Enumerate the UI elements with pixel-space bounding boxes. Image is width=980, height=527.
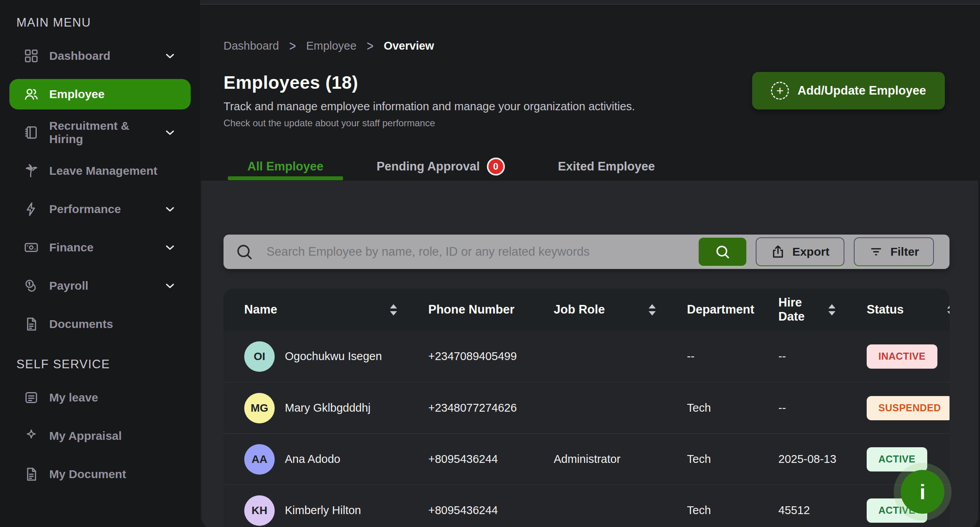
column-label: Job Role xyxy=(554,303,605,317)
info-fab-button[interactable]: i xyxy=(901,470,944,514)
table-row[interactable]: AAAna Adodo+8095436244AdministratorTech2… xyxy=(224,433,950,484)
sidebar-item-my-appraisal[interactable]: My Appraisal xyxy=(9,421,191,451)
employee-table: NamePhone NumberJob RoleDepartmentHire D… xyxy=(224,289,950,527)
table-row[interactable]: MGMary Gklbgdddhj+2348077274626Tech--SUS… xyxy=(224,382,950,433)
department-cell: Tech xyxy=(687,453,778,466)
search-input[interactable] xyxy=(266,245,699,259)
column-header-job-role: Job Role xyxy=(554,303,687,317)
status-badge: INACTIVE xyxy=(867,344,937,369)
filter-icon xyxy=(869,244,883,259)
export-button[interactable]: Export xyxy=(756,237,844,266)
job-role-cell: Administrator xyxy=(554,453,687,466)
column-header-name: Name xyxy=(244,303,428,317)
app-window: MAIN MENUDashboardEmployeeRecruitment & … xyxy=(0,0,980,527)
tab-badge: 0 xyxy=(487,158,505,176)
search-submit-button[interactable] xyxy=(699,238,746,266)
sidebar-item-leave-management[interactable]: Leave Management xyxy=(9,156,191,186)
table-row[interactable]: OIOgochukwu Isegen+2347089405499----INAC… xyxy=(224,331,950,382)
tab-label: Exited Employee xyxy=(558,160,655,174)
lightning-icon xyxy=(23,201,39,217)
breadcrumb-separator-icon: > xyxy=(367,38,374,54)
document-icon xyxy=(23,466,39,482)
employee-name: Ogochukwu Isegen xyxy=(285,350,382,363)
tabs: All EmployeePending Approval0Exited Empl… xyxy=(228,153,980,180)
sidebar-item-documents[interactable]: Documents xyxy=(9,309,191,339)
document-icon xyxy=(23,316,39,332)
chevron-down-icon xyxy=(163,279,177,292)
table-row[interactable]: KHKimberly Hilton+8095436244Tech45512ACT… xyxy=(224,484,950,527)
sidebar-item-employee[interactable]: Employee xyxy=(9,79,191,109)
chevron-down-icon xyxy=(163,126,177,139)
sidebar-item-my-document[interactable]: My Document xyxy=(9,459,191,489)
sidebar-item-label: Employee xyxy=(49,88,105,101)
phone-cell: +2347089405499 xyxy=(428,350,554,363)
tab-panel: Export Filter NamePhone NumberJob RoleDe… xyxy=(201,181,978,527)
page-header: Employees (18) Track and manage employee… xyxy=(224,72,945,129)
column-label: Hire Date xyxy=(778,296,828,324)
sort-arrows-icon[interactable] xyxy=(828,304,835,315)
export-icon xyxy=(771,244,785,259)
sidebar-item-my-leave[interactable]: My leave xyxy=(9,382,191,413)
breadcrumb-item-dashboard[interactable]: Dashboard xyxy=(224,39,279,52)
hire-date-cell: 2025-08-13 xyxy=(778,453,867,466)
status-cell: INACTIVE xyxy=(867,344,950,369)
hire-date-cell: -- xyxy=(778,402,867,414)
coins-icon xyxy=(23,278,39,294)
tab-pending-approval[interactable]: Pending Approval0 xyxy=(357,153,524,180)
breadcrumb-item-overview: Overview xyxy=(384,39,434,52)
chevron-down-icon xyxy=(163,279,177,292)
tab-exited-employee[interactable]: Exited Employee xyxy=(538,153,674,180)
column-header-phone-number: Phone Number xyxy=(428,303,554,317)
chevron-down-icon xyxy=(163,49,177,63)
sidebar-item-dashboard[interactable]: Dashboard xyxy=(9,41,191,71)
notebook-icon xyxy=(23,125,39,140)
sidebar-item-label: Performance xyxy=(49,203,121,216)
phone-cell: +8095436244 xyxy=(428,453,554,466)
page-note: Check out the update about your staff pe… xyxy=(224,118,635,129)
sidebar-item-recruitment-hiring[interactable]: Recruitment & Hiring xyxy=(9,117,191,148)
column-header-hire-date: Hire Date xyxy=(778,296,867,324)
note-icon xyxy=(23,390,39,405)
sidebar-item-label: My leave xyxy=(49,391,98,404)
sidebar-item-label: Payroll xyxy=(49,279,88,292)
avatar: KH xyxy=(244,495,275,526)
filter-label: Filter xyxy=(891,245,919,258)
status-badge: SUSPENDED xyxy=(867,396,950,420)
tab-all-employee[interactable]: All Employee xyxy=(228,153,343,180)
sidebar-item-label: Documents xyxy=(49,317,113,331)
sort-arrows-icon[interactable] xyxy=(390,304,397,315)
people-icon xyxy=(23,86,39,102)
sort-arrows-icon[interactable] xyxy=(649,304,656,315)
sidebar-item-label: Leave Management xyxy=(49,164,157,177)
sidebar-section-main-menu: MAIN MENU xyxy=(16,16,200,30)
filter-button[interactable]: Filter xyxy=(854,237,934,266)
column-header-status: Status xyxy=(867,303,950,317)
table-header-row: NamePhone NumberJob RoleDepartmentHire D… xyxy=(224,289,950,331)
sidebar-item-finance[interactable]: Finance xyxy=(9,232,191,263)
sidebar-item-performance[interactable]: Performance xyxy=(9,194,191,224)
cash-card-icon xyxy=(23,240,39,255)
page-subtitle: Track and manage employee information an… xyxy=(224,100,635,113)
hire-date-cell: 45512 xyxy=(778,504,867,517)
coins-icon xyxy=(23,278,39,294)
sidebar-item-payroll[interactable]: Payroll xyxy=(9,271,191,301)
department-cell: Tech xyxy=(687,402,778,414)
avatar: MG xyxy=(244,393,275,423)
title-block: Employees (18) Track and manage employee… xyxy=(224,72,635,129)
sort-arrows-icon[interactable] xyxy=(947,304,950,315)
department-cell: -- xyxy=(687,350,778,363)
palm-tree-icon xyxy=(23,163,39,179)
employee-name-cell: KHKimberly Hilton xyxy=(244,495,428,526)
search-bar: Export Filter xyxy=(224,235,950,269)
employee-name: Ana Adodo xyxy=(285,453,340,466)
sidebar: MAIN MENUDashboardEmployeeRecruitment & … xyxy=(0,0,200,527)
employee-name-cell: MGMary Gklbgdddhj xyxy=(244,393,428,423)
breadcrumb-item-employee[interactable]: Employee xyxy=(306,39,356,52)
table-body: OIOgochukwu Isegen+2347089405499----INAC… xyxy=(224,331,950,527)
column-label: Department xyxy=(687,303,754,317)
dashboard-grid-icon xyxy=(23,48,39,64)
phone-cell: +8095436244 xyxy=(428,504,554,517)
add-update-employee-button[interactable]: + Add/Update Employee xyxy=(752,72,945,109)
tab-label: Pending Approval xyxy=(377,160,480,174)
employee-name-cell: OIOgochukwu Isegen xyxy=(244,341,428,372)
